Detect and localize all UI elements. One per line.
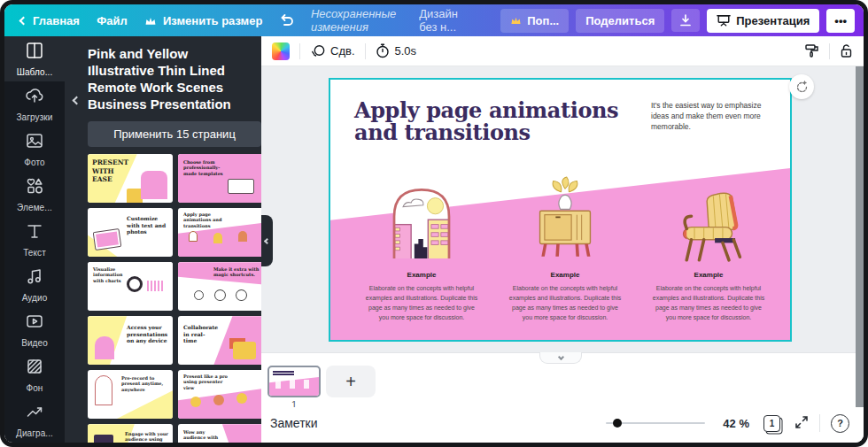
- thumbnail-title: Wow any audience with your presentation.: [183, 429, 222, 443]
- example-heading[interactable]: Example: [551, 271, 580, 279]
- timing-button[interactable]: 5.0s: [376, 43, 417, 58]
- more-options-button[interactable]: •••: [826, 9, 855, 33]
- thumbnail-title: Collaborate in real-time: [183, 324, 217, 344]
- filmstrip-collapse-tab[interactable]: [539, 352, 582, 364]
- share-button[interactable]: Поделиться: [576, 9, 664, 33]
- slide-subtitle[interactable]: It's the easiest way to emphasize ideas …: [651, 101, 773, 133]
- design-name[interactable]: Дизайн без н...: [419, 7, 477, 34]
- thumbnail-title: Customize with text and photos: [127, 215, 167, 235]
- resize-button[interactable]: Изменить размер: [144, 14, 262, 27]
- example-heading[interactable]: Example: [407, 271, 437, 279]
- sidebar-item-background[interactable]: Фон: [4, 352, 65, 397]
- cabinet-vase-illustration[interactable]: [530, 165, 601, 264]
- thumbnail-title: Visualize information with charts: [93, 266, 125, 283]
- charts-icon: [25, 402, 44, 425]
- template-thumbnail[interactable]: Collaborate in real-time: [178, 316, 261, 365]
- sidebar-item-text[interactable]: Текст: [4, 217, 65, 262]
- home-button[interactable]: Главная: [20, 14, 80, 27]
- comment-button[interactable]: [789, 74, 814, 99]
- template-thumbnail[interactable]: Make it extra with magic shortcuts.: [178, 262, 261, 311]
- upgrade-button[interactable]: Поп...: [500, 9, 569, 33]
- paint-roller-button[interactable]: [804, 43, 819, 58]
- sidebar-item-uploads[interactable]: Загрузки: [4, 81, 65, 127]
- download-button[interactable]: [671, 9, 700, 32]
- sidebar-item-label: Фон: [27, 383, 43, 393]
- example-body[interactable]: Elaborate on the concepts with helpful e…: [365, 284, 478, 322]
- fullscreen-button[interactable]: [794, 415, 809, 432]
- presentation-icon: [717, 14, 731, 27]
- undo-button[interactable]: [280, 14, 294, 27]
- file-menu[interactable]: Файл: [97, 14, 128, 27]
- lock-button[interactable]: [840, 43, 853, 58]
- sidebar-item-charts[interactable]: Диагра...: [4, 397, 65, 443]
- duration-value: 5.0s: [395, 44, 417, 58]
- add-page-button[interactable]: +: [326, 366, 376, 397]
- sidebar-item-video[interactable]: Видео: [4, 307, 65, 352]
- example-body[interactable]: Elaborate on the concepts with helpful e…: [652, 284, 765, 322]
- uploads-icon: [25, 86, 44, 109]
- template-thumbnail[interactable]: Access your presentations on any device: [88, 316, 173, 365]
- page-1-thumbnail[interactable]: [267, 366, 321, 397]
- thumbnail-illustration: [189, 231, 198, 242]
- panel-back-button[interactable]: [74, 91, 80, 107]
- thumbnail-illustration: [93, 228, 122, 250]
- sidebar-item-label: Загрузки: [16, 112, 52, 122]
- template-thumbnail[interactable]: Pre-record to present anytime, anywhere: [88, 370, 173, 419]
- sidebar-item-label: Видео: [21, 338, 48, 348]
- template-thumbnail[interactable]: Present like a pro using presenter view: [178, 370, 261, 419]
- statusbar: Заметки 42 % 1 ?: [261, 407, 864, 443]
- canvas-scrollbar[interactable]: [856, 66, 864, 407]
- notes-toggle[interactable]: Заметки: [270, 416, 318, 430]
- topbar: Главная Файл Изменить размер Несохраненн…: [4, 4, 864, 36]
- zoom-slider[interactable]: [606, 422, 705, 424]
- sidebar-item-label: Фото: [24, 158, 44, 167]
- video-icon: [25, 312, 44, 335]
- template-thumbnail[interactable]: Customize with text and photos: [88, 208, 173, 257]
- slide-column: ExampleElaborate on the concepts with he…: [500, 165, 630, 322]
- animation-icon: [310, 44, 325, 58]
- template-thumbnail[interactable]: Engage with your audience using Live Q&A: [88, 424, 173, 443]
- example-heading[interactable]: Example: [694, 271, 724, 279]
- apply-pages-button[interactable]: Применить 15 страниц: [88, 121, 261, 147]
- help-button[interactable]: ?: [831, 414, 849, 433]
- thumbnail-title: PRESENT WITH EASE: [92, 158, 131, 183]
- sidebar-item-folders[interactable]: Папки: [4, 443, 65, 447]
- slide-columns: ExampleElaborate on the concepts with he…: [357, 165, 773, 322]
- sidebar-rail: Шабло...ЗагрузкиФотоЭлеме...ТекстАудиоВи…: [4, 36, 65, 443]
- sidebar-item-label: Элеме...: [17, 203, 52, 212]
- sidebar-item-templates[interactable]: Шабло...: [4, 36, 65, 81]
- sidebar-item-audio[interactable]: Аудио: [4, 262, 65, 307]
- text-icon: [25, 221, 44, 244]
- thumbnail-title: Engage with your audience using Live Q&A: [125, 431, 169, 443]
- zoom-level[interactable]: 42 %: [723, 417, 749, 430]
- slide-column: ExampleElaborate on the concepts with he…: [357, 165, 486, 322]
- slide-page[interactable]: Apply page animations and transitions It…: [330, 80, 790, 340]
- template-thumbnail[interactable]: PRESENT WITH EASE: [88, 154, 173, 203]
- template-set-title: Pink and Yellow Illustrative Thin Lined …: [88, 45, 254, 112]
- thumbnail-title: Present like a pro using presenter view: [183, 374, 229, 390]
- zoom-slider-handle[interactable]: [613, 419, 622, 428]
- thumbnail-title: Pre-record to present anytime, anywhere: [121, 375, 167, 392]
- example-body[interactable]: Elaborate on the concepts with helpful e…: [508, 284, 622, 322]
- armchair-illustration[interactable]: [668, 165, 749, 264]
- thumbnail-illustration: [95, 375, 112, 405]
- expand-icon: [794, 415, 809, 429]
- sidebar-item-photos[interactable]: Фото: [4, 127, 65, 172]
- refresh-plus-icon: [795, 81, 809, 94]
- thumbnail-illustration: [228, 179, 254, 194]
- grid-view-button[interactable]: 1: [763, 415, 780, 432]
- template-thumbnail[interactable]: Wow any audience with your presentation.: [178, 424, 261, 443]
- template-thumbnail[interactable]: Visualize information with charts: [88, 262, 173, 311]
- present-button[interactable]: Презентация: [707, 9, 819, 33]
- download-icon: [679, 14, 692, 27]
- back-chevron-icon: [19, 16, 28, 25]
- animation-button[interactable]: Сдв.: [310, 44, 355, 58]
- panel-collapse-handle[interactable]: [261, 215, 273, 266]
- template-thumbnail[interactable]: Choose from professionally-made template…: [178, 154, 261, 203]
- template-thumbnail[interactable]: Apply page animations and transitions: [178, 208, 261, 257]
- background-color-swatch[interactable]: [272, 42, 290, 60]
- slide-title[interactable]: Apply page animations and transitions: [354, 99, 660, 144]
- animation-label: Сдв.: [330, 44, 355, 58]
- arch-window-illustration[interactable]: [385, 165, 458, 264]
- sidebar-item-elements[interactable]: Элеме...: [4, 172, 65, 217]
